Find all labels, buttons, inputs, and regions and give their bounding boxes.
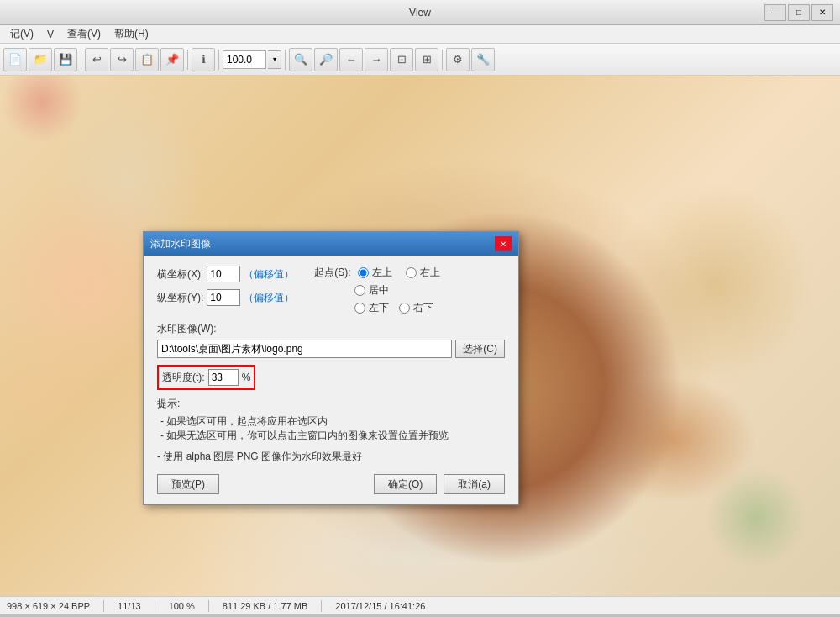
status-bar: 998 × 619 × 24 BPP 11/13 100 % 811.29 KB…: [0, 596, 840, 614]
menu-view[interactable]: 查看(V): [60, 25, 108, 43]
maximize-button[interactable]: □: [788, 4, 810, 21]
status-dimensions: 998 × 619 × 24 BPP: [7, 601, 90, 611]
alpha-note: - 使用 alpha 图层 PNG 图像作为水印效果最好: [157, 450, 505, 464]
ok-cancel-group: 确定(O) 取消(a): [374, 474, 505, 494]
coordinates-section: 横坐标(X): （偏移值） 纵坐标(Y): （偏移值）: [157, 266, 294, 313]
redo-button[interactable]: ↪: [110, 48, 134, 71]
new-button[interactable]: 📄: [3, 48, 27, 71]
status-divider-4: [321, 600, 322, 612]
separator-3: [218, 50, 219, 70]
radio-center-input[interactable]: [354, 285, 365, 296]
separator-5: [442, 50, 443, 70]
radio-top-right: 右上: [406, 266, 440, 280]
menu-edit[interactable]: V: [40, 27, 60, 42]
radio-bottom: 左下 右下: [314, 301, 439, 315]
gear-icon: ⚙: [453, 54, 463, 65]
open-icon: 📁: [34, 54, 47, 65]
menu-help[interactable]: 帮助(H): [108, 25, 155, 43]
zoom-out-icon: 🔎: [319, 54, 333, 65]
dialog-close-button[interactable]: ✕: [495, 236, 512, 251]
radio-center-label: 居中: [369, 283, 389, 298]
hints-title: 提示:: [157, 397, 505, 411]
transparency-input[interactable]: [208, 369, 239, 386]
info-button[interactable]: ℹ: [192, 48, 215, 71]
start-point-section: 起点(S): 左上 右上 居中: [314, 266, 439, 315]
radio-top-left-label: 左上: [372, 266, 392, 280]
x-coord-row: 横坐标(X): （偏移值）: [157, 266, 294, 282]
watermark-path-row: 选择(C): [157, 340, 505, 358]
separator-1: [81, 50, 81, 70]
prev-icon: ←: [346, 54, 357, 65]
radio-top-left: 左上: [358, 266, 392, 280]
copy-button[interactable]: 📋: [135, 48, 159, 71]
x-coord-input[interactable]: [207, 266, 240, 282]
select-watermark-button[interactable]: 选择(C): [455, 340, 505, 358]
dialog-body: 横坐标(X): （偏移值） 纵坐标(Y): （偏移值）: [144, 256, 518, 504]
status-zoom: 100 %: [169, 601, 195, 611]
info-icon: ℹ: [202, 54, 206, 65]
status-divider-2: [155, 600, 155, 612]
open-button[interactable]: 📁: [29, 48, 52, 71]
dialog-buttons: 预览(P) 确定(O) 取消(a): [157, 474, 505, 494]
status-divider-3: [208, 600, 209, 612]
tools-button[interactable]: 🔧: [471, 48, 495, 71]
close-button[interactable]: ✕: [811, 4, 833, 21]
next-button[interactable]: →: [365, 48, 388, 71]
zoom-input[interactable]: [223, 50, 266, 69]
y-coord-link[interactable]: （偏移值）: [244, 291, 294, 305]
status-datetime: 2017/12/15 / 16:41:26: [335, 601, 425, 611]
toolbar: 📄 📁 💾 ↩ ↪ 📋 📌 ℹ ▾ 🔍 🔎 ← → ⊡ ⊞ ⚙ 🔧: [0, 44, 840, 76]
transparency-unit: %: [242, 372, 251, 383]
dialog-title-bar: 添加水印图像 ✕: [144, 232, 518, 256]
actual-button[interactable]: ⊞: [415, 48, 438, 71]
radio-bottom-left-input[interactable]: [354, 303, 365, 314]
zoom-in-icon: 🔍: [294, 54, 307, 65]
hint-1: - 如果选区可用，起点将应用在选区内: [160, 414, 505, 429]
start-point-label: 起点(S):: [314, 266, 350, 280]
save-icon: 💾: [59, 54, 72, 65]
preview-button[interactable]: 预览(P): [157, 474, 219, 494]
undo-button[interactable]: ↩: [85, 48, 108, 71]
hints-section: 提示: - 如果选区可用，起点将应用在选区内 - 如果无选区可用，你可以点击主窗…: [157, 397, 505, 443]
ok-button[interactable]: 确定(O): [374, 474, 437, 494]
x-coord-link[interactable]: （偏移值）: [244, 267, 294, 282]
radio-center: 居中: [354, 283, 439, 298]
fit-icon: ⊡: [397, 54, 407, 65]
minimize-button[interactable]: —: [764, 4, 786, 21]
next-icon: →: [371, 54, 382, 65]
zoom-in-button[interactable]: 🔍: [289, 48, 312, 71]
zoom-dropdown-button[interactable]: ▾: [268, 50, 281, 69]
save-button[interactable]: 💾: [54, 48, 77, 71]
window-controls: — □ ✕: [764, 4, 833, 21]
hint-2: - 如果无选区可用，你可以点击主窗口内的图像来设置位置并预览: [160, 429, 505, 443]
radio-top-right-input[interactable]: [406, 267, 417, 278]
transparency-label: 透明度(t):: [162, 371, 205, 385]
cancel-button[interactable]: 取消(a): [444, 474, 505, 494]
y-coord-input[interactable]: [207, 289, 240, 306]
radio-top-left-input[interactable]: [358, 267, 369, 278]
x-coord-label: 横坐标(X):: [157, 267, 203, 282]
prev-button[interactable]: ←: [339, 48, 363, 71]
transparency-row: 透明度(t): %: [157, 365, 255, 390]
y-coord-label: 纵坐标(Y):: [157, 291, 203, 305]
status-position: 11/13: [118, 601, 141, 611]
watermark-image-label: 水印图像(W):: [157, 323, 217, 335]
add-watermark-dialog: 添加水印图像 ✕ 横坐标(X): （偏移值） 纵坐标(Y):: [143, 231, 519, 505]
menu-bar: 记(V) V 查看(V) 帮助(H): [0, 25, 840, 44]
watermark-label-row: 水印图像(W):: [157, 322, 505, 336]
zoom-out-button[interactable]: 🔎: [314, 48, 338, 71]
menu-file[interactable]: 记(V): [3, 25, 40, 43]
radio-bottom-right-input[interactable]: [399, 303, 410, 314]
tools-icon: 🔧: [476, 54, 490, 65]
separator-4: [285, 50, 286, 70]
paste-icon: 📌: [165, 54, 179, 65]
radio-bottom-left-label: 左下: [369, 301, 389, 315]
watermark-path-input[interactable]: [157, 340, 452, 358]
fit-button[interactable]: ⊡: [390, 48, 413, 71]
paste-button[interactable]: 📌: [160, 48, 184, 71]
main-content-area: 添加水印图像 ✕ 横坐标(X): （偏移值） 纵坐标(Y):: [0, 76, 840, 596]
status-filesize: 811.29 KB / 1.77 MB: [223, 601, 308, 611]
settings-button[interactable]: ⚙: [446, 48, 470, 71]
dialog-overlay: 添加水印图像 ✕ 横坐标(X): （偏移值） 纵坐标(Y):: [0, 76, 840, 596]
copy-icon: 📋: [140, 54, 154, 65]
